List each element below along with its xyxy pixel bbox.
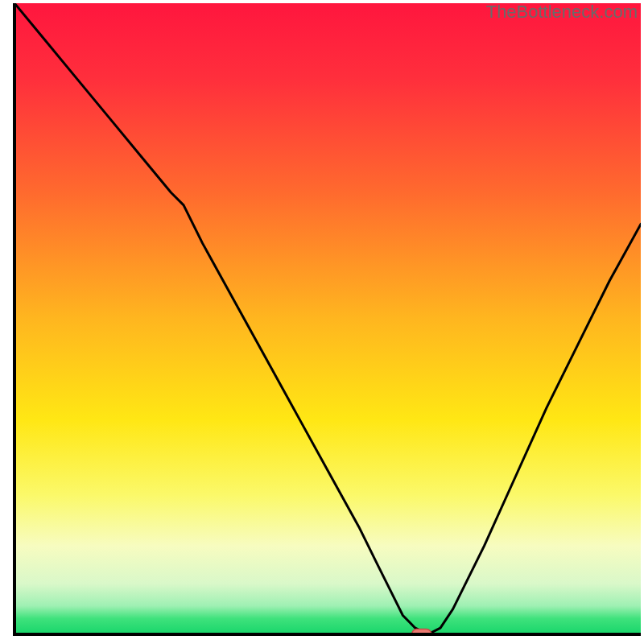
watermark-text: TheBottleneck.com [486,2,638,23]
plot-background [14,3,641,634]
chart-container: TheBottleneck.com [0,0,644,644]
bottleneck-chart [0,0,644,644]
